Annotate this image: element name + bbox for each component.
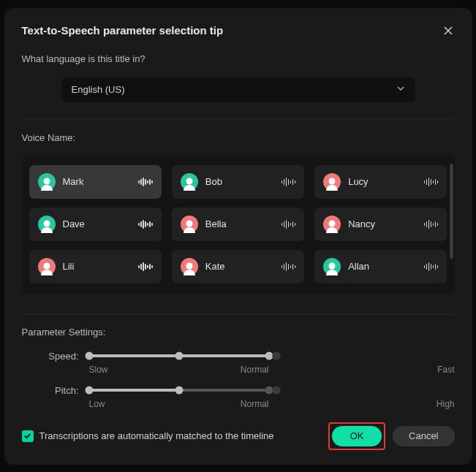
voice-card-kate[interactable]: Kate [172, 250, 304, 283]
divider [22, 314, 455, 315]
close-button[interactable] [442, 24, 455, 37]
waveform-icon[interactable] [282, 262, 296, 271]
avatar [38, 216, 56, 233]
dialog-header: Text-to-Speech parameter selection tip [22, 24, 455, 37]
speed-slider[interactable] [89, 354, 269, 357]
language-selected-value: English (US) [72, 84, 125, 95]
voice-card-mark[interactable]: Mark [29, 165, 162, 199]
pitch-slider[interactable] [89, 389, 269, 392]
waveform-icon[interactable] [282, 178, 296, 186]
dialog-title: Text-to-Speech parameter selection tip [22, 24, 224, 37]
waveform-icon[interactable] [282, 220, 296, 229]
voice-name-label: Bob [205, 176, 274, 187]
waveform-icon[interactable] [138, 262, 153, 271]
voice-name-label: Allan [348, 261, 417, 272]
ok-highlight-box: OK [328, 422, 385, 450]
avatar [323, 173, 341, 191]
voice-card-bob[interactable]: Bob [172, 165, 304, 199]
waveform-icon[interactable] [138, 220, 153, 229]
avatar [181, 258, 198, 275]
voice-name-label: Kate [205, 261, 274, 272]
avatar [181, 216, 198, 233]
voice-name-label: Dave [63, 218, 132, 229]
chevron-down-icon [396, 84, 405, 95]
voice-name-label: Bella [205, 218, 274, 229]
waveform-icon[interactable] [138, 178, 153, 186]
speed-mark-low: Slow [89, 365, 108, 375]
pitch-label: Pitch: [22, 385, 79, 396]
checkbox-checked-icon [22, 430, 34, 442]
params-section-label: Parameter Settings: [22, 327, 455, 338]
avatar [323, 258, 341, 275]
language-question: What language is this title in? [22, 53, 455, 64]
speed-mark-high: Fast [269, 365, 455, 375]
voice-card-dave[interactable]: Dave [29, 208, 162, 241]
speed-mark-mid: Normal [241, 365, 269, 375]
voice-name-label: Lili [63, 261, 132, 272]
waveform-icon[interactable] [424, 220, 439, 229]
voice-card-allan[interactable]: Allan [314, 250, 447, 283]
pitch-mark-mid: Normal [241, 399, 269, 409]
tts-dialog: Text-to-Speech parameter selection tip W… [4, 8, 472, 465]
avatar [323, 216, 341, 233]
voice-name-label: Nancy [348, 218, 417, 229]
pitch-mark-low: Low [89, 399, 105, 409]
auto-match-checkbox-row[interactable]: Transcriptions are automatically matched… [22, 430, 274, 442]
voice-section-label: Voice Name: [22, 132, 455, 143]
voice-panel: MarkBobLucyDaveBellaNancyLiliKateAllan [22, 155, 455, 294]
cancel-button[interactable]: Cancel [393, 426, 454, 446]
voice-name-label: Mark [63, 176, 132, 187]
voice-card-lili[interactable]: Lili [29, 250, 162, 283]
voice-name-label: Lucy [348, 176, 417, 187]
voice-card-lucy[interactable]: Lucy [314, 165, 447, 199]
ok-button[interactable]: OK [332, 426, 382, 446]
auto-match-label: Transcriptions are automatically matched… [39, 430, 274, 441]
voice-scrollbar[interactable] [450, 164, 453, 259]
speed-label: Speed: [22, 351, 79, 362]
waveform-icon[interactable] [424, 262, 439, 271]
divider [22, 118, 455, 119]
language-select[interactable]: English (US) [61, 77, 415, 102]
avatar [181, 173, 198, 191]
avatar [38, 258, 56, 275]
voice-card-bella[interactable]: Bella [172, 208, 304, 241]
close-icon [443, 26, 453, 36]
avatar [38, 173, 56, 191]
voice-card-nancy[interactable]: Nancy [314, 208, 447, 241]
waveform-icon[interactable] [424, 178, 439, 186]
pitch-mark-high: High [269, 399, 455, 409]
